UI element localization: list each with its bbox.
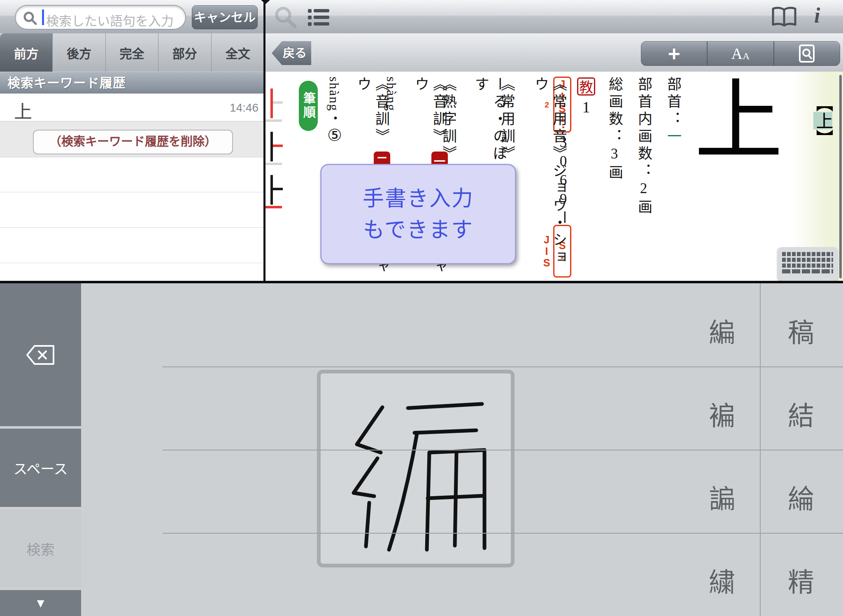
radical-field: 部首：一 [664,77,682,281]
candidate-kanji[interactable]: 稿 [788,311,814,349]
headword-kanji: 上 [694,77,793,166]
handwriting-keyboard: スペース 検索 ▼ [0,283,843,616]
font-size-icon: A [731,44,743,63]
search-mode-icon[interactable] [274,6,297,29]
tab-exact[interactable]: 完全 [106,33,158,72]
search-key[interactable]: 検索 [0,509,81,588]
radical-inner-strokes: 部首内画数：2画 [634,77,652,281]
search-input[interactable]: 検索したい語句を入力 [15,5,186,30]
search-placeholder: 検索したい語句を入力 [46,11,174,29]
grade-number: 1 [577,98,595,116]
history-header: 検索キーワード履歴 [0,72,264,93]
back-button[interactable]: 戻る [272,41,311,65]
list-view-icon[interactable] [308,8,329,26]
reader-actions: + A A [641,41,840,66]
history-item-text: 上 [14,97,32,124]
candidate-kanji[interactable]: 綸 [788,478,814,516]
page-search-icon [799,44,815,63]
add-bookmark-button[interactable]: + [641,42,708,65]
joyo-on-column: 《常用音》ジョウ・ショウ [531,77,567,281]
plus-icon: + [668,43,680,64]
history-delete-row: （検索キーワード履歴を削除） [0,121,264,157]
space-key[interactable]: スペース [0,429,81,507]
search-scope-tabs: 前方 後方 完全 部分 全文 [0,33,264,72]
top-toolbar: 検索したい語句を入力 キャンセル i [0,0,843,34]
backspace-key[interactable] [0,283,81,426]
bookmarks-icon[interactable] [771,7,797,27]
delete-history-button[interactable]: （検索キーワード履歴を削除） [33,130,233,154]
tab-partial[interactable]: 部分 [158,33,211,72]
entry-title: 【上】 [812,95,834,147]
page-search-button[interactable] [774,42,840,65]
total-strokes: 総画数：3画 [605,77,623,281]
font-size-button[interactable]: A A [708,42,774,65]
dictionary-page: 【上】 上 部首：一 部首内画数：2画 総画数：3画 教 1 JIS1・2 30… [265,72,843,281]
tab-suffix[interactable]: 後方 [53,33,105,72]
tooltip-line1: 手書き入力 [363,183,474,214]
handwriting-tooltip: 手書き入力 もできます [320,164,516,264]
candidate-kanji[interactable]: 編 [709,311,735,349]
handwritten-kanji-strokes [321,373,511,564]
keyboard-toggle-button[interactable] [777,247,838,281]
row-divider [0,263,264,263]
candidate-kanji[interactable]: 諞 [709,478,735,516]
tab-fulltext[interactable]: 全文 [212,33,264,72]
circled-five: ⑤ [325,126,344,147]
grid-divider [163,450,843,450]
history-item-row[interactable]: 上 14:46 [0,94,264,121]
grid-divider [163,366,843,367]
stroke-order-badge: 筆順 [299,81,318,131]
tab-prefix[interactable]: 前方 [0,33,53,72]
row-divider [0,192,264,192]
scrollbar[interactable] [839,75,842,278]
cancel-button[interactable]: キャンセル [192,5,258,29]
grid-divider [163,533,843,534]
candidate-kanji[interactable]: 繍 [709,561,735,599]
panel-notch [261,0,270,4]
grade-badge: 教 [577,77,595,96]
handwriting-canvas[interactable] [317,370,515,567]
history-item-time: 14:46 [230,101,258,114]
radical-value: 一 [665,128,681,146]
app-root: 検索したい語句を入力 キャンセル i 前方 後方 完全 部分 全文 検索キーワー… [0,0,843,616]
row-divider [0,227,264,228]
backspace-icon [25,344,57,366]
reader-toolbar: 戻る + A A [265,33,843,72]
candidate-kanji[interactable]: 結 [788,394,814,432]
tooltip-line2: もできます [363,214,473,245]
text-cursor [42,9,44,25]
candidate-kanji[interactable]: 褊 [709,394,735,432]
search-icon [23,11,37,25]
info-icon[interactable]: i [814,3,820,28]
entry-title-highlight: 上 [813,112,832,129]
hide-keyboard-key[interactable]: ▼ [0,590,81,616]
candidate-kanji[interactable]: 精 [788,561,814,599]
